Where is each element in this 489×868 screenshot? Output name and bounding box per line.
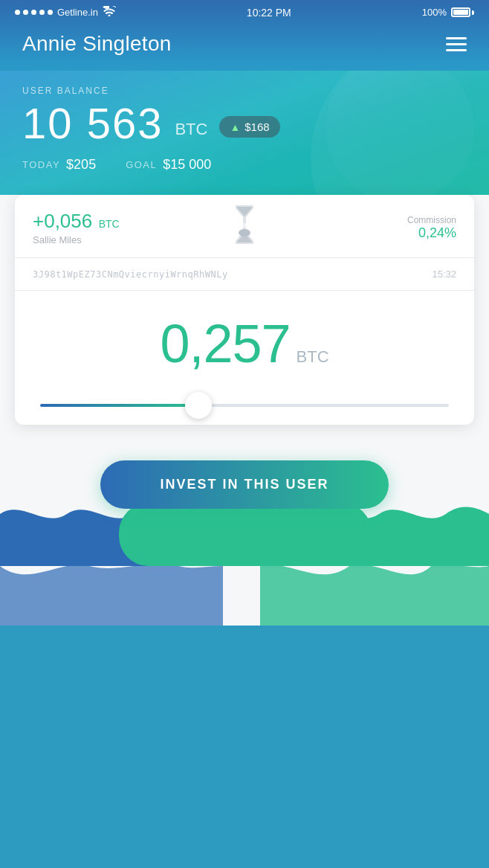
commission-value: 0,24%: [407, 225, 456, 241]
tx-btc-amount: +0,056: [33, 210, 92, 232]
menu-button[interactable]: [446, 37, 467, 51]
goal-label: GOAL: [126, 159, 157, 170]
amount-slider[interactable]: [40, 404, 449, 407]
svg-text:⧖: ⧖: [242, 222, 247, 229]
today-label: TODAY: [22, 159, 60, 170]
invest-button[interactable]: INVEST IN THIS USER: [100, 460, 388, 509]
today-value: $205: [66, 157, 96, 173]
tx-commission: Commission 0,24%: [407, 215, 456, 241]
amount-currency: BTC: [297, 347, 329, 367]
hourglass-icon: ⧖: [231, 204, 258, 248]
tx-id-row: 3J98t1WpEZ73CNmQviecrnyiWrnqRhWNLy 15:32: [15, 258, 474, 291]
commission-label: Commission: [407, 215, 456, 225]
status-bar: Getline.in 10:22 PM 100%: [0, 0, 489, 25]
status-right: 100%: [422, 7, 474, 18]
wifi-icon: [103, 6, 116, 19]
footer-waves: [0, 566, 489, 626]
tx-header: +0,056 BTC Sallie Miles ⧖ Commission 0,2…: [15, 195, 474, 257]
tx-id: 3J98t1WpEZ73CNmQviecrnyiWrnqRhWNLy: [33, 269, 228, 280]
status-left: Getline.in: [15, 6, 116, 19]
battery-percent: 100%: [422, 7, 447, 18]
amount-section: 0,257 BTC: [15, 291, 474, 425]
button-wrapper: INVEST IN THIS USER: [0, 447, 489, 539]
status-time: 10:22 PM: [247, 7, 291, 19]
page-title: Annie Singleton: [22, 32, 172, 56]
tx-info: +0,056 BTC Sallie Miles: [33, 210, 407, 245]
slider-container: [33, 396, 456, 410]
battery-icon: [451, 7, 474, 17]
today-stat: TODAY $205: [22, 157, 96, 173]
app-header: Annie Singleton: [0, 25, 489, 71]
transaction-card: +0,056 BTC Sallie Miles ⧖ Commission 0,2…: [15, 195, 474, 425]
balance-amount: 10 563: [22, 102, 163, 145]
svg-point-2: [239, 229, 250, 237]
card-section: +0,056 BTC Sallie Miles ⧖ Commission 0,2…: [0, 195, 489, 626]
signal-dots: [15, 10, 53, 15]
invest-area: INVEST IN THIS USER: [0, 447, 489, 566]
amount-display: 0,257 BTC: [160, 313, 328, 374]
tx-user-name: Sallie Miles: [33, 234, 407, 245]
tx-btc-currency: BTC: [99, 218, 120, 230]
tx-time: 15:32: [432, 269, 456, 280]
carrier-label: Getline.in: [57, 7, 98, 18]
amount-number: 0,257: [160, 313, 290, 374]
